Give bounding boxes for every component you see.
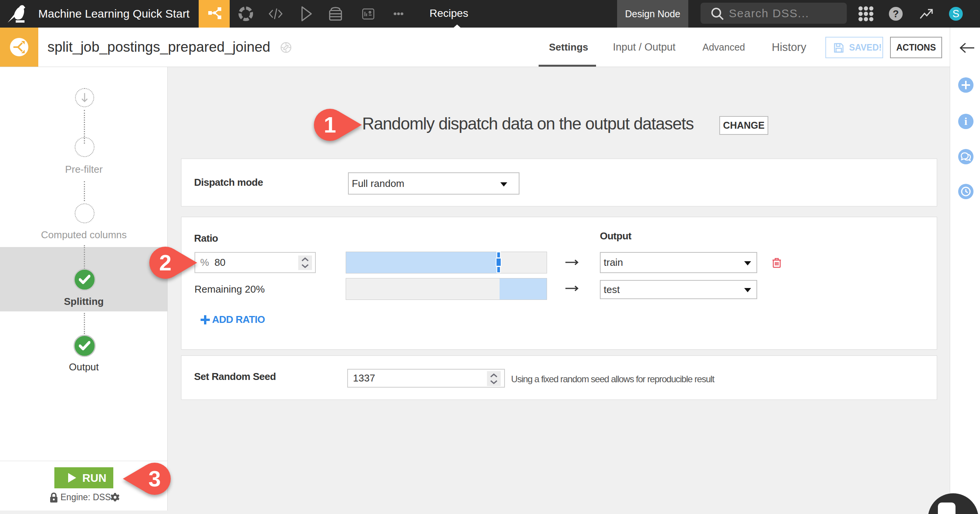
svg-text:1: 1 xyxy=(324,112,336,137)
svg-text:2: 2 xyxy=(159,250,172,275)
svg-text:3: 3 xyxy=(149,466,161,491)
